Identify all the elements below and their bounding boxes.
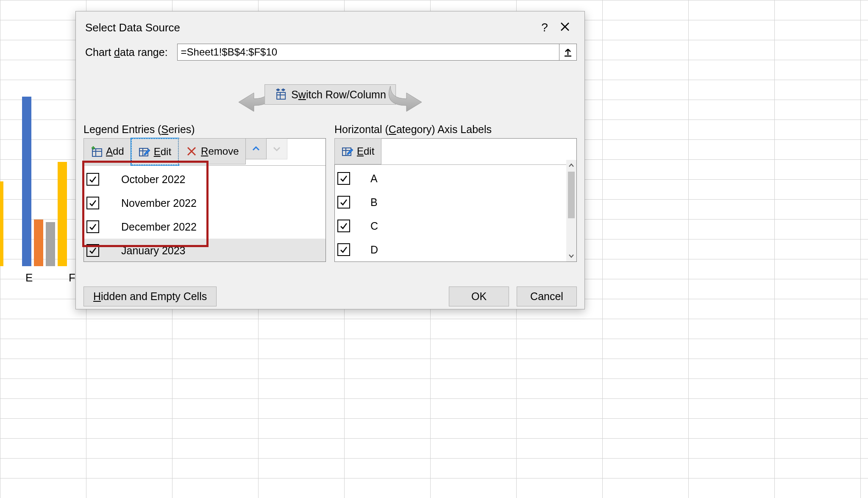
- category-item-label: B: [370, 196, 378, 209]
- axis-labels-box: Edit ABCDE: [334, 138, 577, 262]
- chevron-up-icon: [252, 145, 260, 153]
- svg-rect-0: [565, 56, 571, 57]
- scroll-up-button[interactable]: [566, 160, 576, 171]
- scroll-thumb[interactable]: [568, 172, 575, 218]
- edit-axis-labels-button[interactable]: Edit: [334, 138, 381, 164]
- checkbox-icon[interactable]: [337, 172, 350, 185]
- select-data-source-dialog: Select Data Source ? Chart data range:: [75, 11, 585, 309]
- category-item-label: D: [370, 244, 378, 256]
- checkbox-icon[interactable]: [86, 244, 99, 257]
- axis-labels-label: Horizontal (Category) Axis Labels: [334, 123, 577, 136]
- chevron-up-icon: [568, 162, 574, 168]
- hidden-empty-cells-button[interactable]: Hidden and Empty Cells: [83, 287, 217, 306]
- remove-series-button[interactable]: Remove: [178, 138, 246, 164]
- chevron-down-icon: [568, 253, 574, 259]
- svg-rect-1: [277, 92, 285, 99]
- series-item[interactable]: October 2022: [84, 167, 326, 191]
- series-item[interactable]: January 2023: [84, 239, 326, 262]
- dialog-titlebar: Select Data Source ?: [76, 11, 584, 41]
- series-item-label: October 2022: [121, 173, 186, 186]
- help-button[interactable]: ?: [534, 22, 555, 33]
- checkbox-icon[interactable]: [86, 197, 99, 209]
- checkbox-icon[interactable]: [86, 173, 99, 186]
- add-table-icon: [91, 145, 103, 157]
- series-item-label: November 2022: [121, 197, 197, 209]
- edit-table-icon: [139, 146, 150, 158]
- dialog-title: Select Data Source: [85, 21, 534, 34]
- add-series-button[interactable]: Add: [83, 138, 131, 164]
- category-item-label: A: [370, 172, 378, 185]
- category-scrollbar[interactable]: [566, 160, 576, 262]
- legend-entries-box: Add Edit Remove: [83, 138, 326, 262]
- edit-series-button[interactable]: Edit: [131, 138, 179, 165]
- cancel-button[interactable]: Cancel: [517, 287, 577, 306]
- category-item-label: C: [370, 220, 378, 232]
- series-list[interactable]: October 2022November 2022December 2022Ja…: [84, 166, 326, 262]
- category-item[interactable]: C: [335, 214, 576, 238]
- checkbox-icon[interactable]: [337, 196, 350, 209]
- close-icon: [560, 22, 570, 31]
- column-letter-f: F: [69, 271, 75, 284]
- category-item[interactable]: A: [335, 167, 576, 190]
- series-item[interactable]: November 2022: [84, 191, 326, 215]
- category-list[interactable]: ABCDE: [335, 165, 576, 262]
- scroll-down-button[interactable]: [566, 250, 576, 262]
- series-item[interactable]: December 2022: [84, 215, 326, 239]
- switch-icon: [274, 88, 287, 101]
- chevron-down-icon: [273, 145, 281, 153]
- move-down-button[interactable]: [266, 138, 287, 159]
- checkbox-icon[interactable]: [337, 243, 350, 256]
- remove-icon: [186, 145, 198, 157]
- edit-table-icon: [342, 145, 353, 157]
- checkbox-icon[interactable]: [337, 220, 350, 232]
- svg-rect-4: [92, 149, 102, 156]
- chart-data-range-label: Chart data range:: [85, 46, 168, 58]
- category-item[interactable]: B: [335, 190, 576, 214]
- arrow-down-icon: [386, 82, 437, 116]
- move-up-button[interactable]: [245, 138, 267, 159]
- chart-data-range-input[interactable]: [177, 44, 559, 61]
- range-picker-icon: [563, 47, 573, 57]
- series-item-label: December 2022: [121, 221, 197, 233]
- series-item-label: January 2023: [121, 245, 186, 257]
- category-item[interactable]: D: [335, 238, 576, 262]
- legend-entries-label: Legend Entries (Series): [83, 123, 326, 136]
- close-button[interactable]: [555, 22, 575, 33]
- collapse-dialog-button[interactable]: [559, 44, 577, 61]
- checkbox-icon[interactable]: [86, 220, 99, 233]
- ok-button[interactable]: OK: [449, 287, 509, 306]
- switch-row-column-button[interactable]: Switch Row/Column: [264, 84, 396, 105]
- column-letter-e: E: [25, 271, 33, 284]
